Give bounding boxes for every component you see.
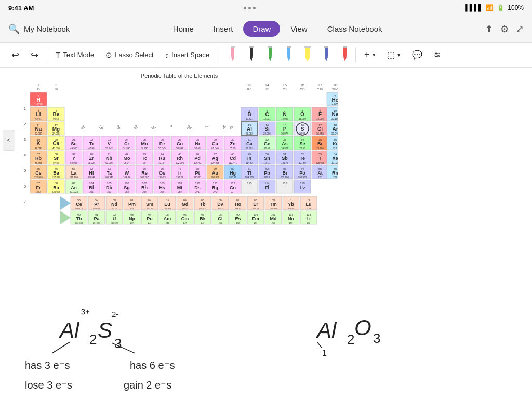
- pen-green[interactable]: [263, 48, 277, 62]
- svg-text:Rb: Rb: [35, 156, 42, 161]
- svg-text:Rf: Rf: [89, 185, 94, 190]
- svg-text:195.08: 195.08: [194, 176, 201, 179]
- svg-text:Fl: Fl: [265, 185, 269, 190]
- svg-text:30.974: 30.974: [281, 132, 288, 135]
- svg-text:259: 259: [289, 222, 293, 224]
- pen-light-blue[interactable]: [282, 48, 296, 62]
- svg-text:79.904: 79.904: [316, 147, 324, 150]
- toolbar: ↩ ↪ T Text Mode ⊙ Lasso Select ↕ Insert …: [0, 43, 532, 68]
- svg-text:272: 272: [213, 191, 217, 193]
- svg-text:88.906: 88.906: [70, 162, 77, 164]
- svg-text:238.029: 238.029: [111, 222, 118, 224]
- add-tool-button[interactable]: + ▾: [359, 46, 381, 63]
- svg-text:22.990: 22.990: [35, 132, 42, 135]
- tab-insert[interactable]: Insert: [204, 21, 243, 37]
- svg-text:Pr: Pr: [94, 202, 99, 207]
- svg-text:Fm: Fm: [252, 216, 259, 221]
- pen-pink[interactable]: [225, 48, 240, 62]
- lasso-select-button[interactable]: ⊙ Lasso Select: [100, 47, 158, 63]
- wifi-icon: 📶: [486, 4, 494, 11]
- svg-text:243: 243: [166, 222, 169, 224]
- insert-space-button[interactable]: ↕ Insert Space: [160, 47, 215, 62]
- selection-icon: ⬚: [387, 50, 395, 60]
- svg-text:8: 8: [170, 124, 172, 127]
- battery-label: 100%: [508, 4, 524, 11]
- svg-text:Co: Co: [177, 141, 183, 147]
- chevron-left-icon: <: [7, 137, 10, 144]
- svg-text:178.49: 178.49: [88, 176, 95, 179]
- pen-black[interactable]: [244, 48, 259, 62]
- svg-text:174.967: 174.967: [305, 207, 313, 210]
- svg-text:1.0079: 1.0079: [34, 103, 43, 106]
- svg-text:247: 247: [183, 222, 187, 224]
- svg-text:Bk: Bk: [200, 216, 206, 221]
- svg-text:2: 2: [55, 83, 57, 87]
- more-icon: ≋: [434, 50, 441, 60]
- settings-icon[interactable]: ⚙: [500, 23, 509, 35]
- svg-text:227.028: 227.028: [70, 191, 78, 193]
- undo-button[interactable]: ↩: [6, 46, 24, 64]
- svg-text:91.224: 91.224: [88, 162, 95, 164]
- tab-view[interactable]: View: [281, 21, 316, 37]
- redo-button[interactable]: ↪: [25, 46, 44, 64]
- handwriting-svg: 3+ 2- Al 2 S 3 has 3 e⁻s has 6 e⁻s lose …: [10, 301, 520, 399]
- tab-draw[interactable]: Draw: [243, 21, 280, 37]
- svg-text:Al: Al: [247, 126, 252, 132]
- svg-text:IVA: IVA: [265, 87, 270, 90]
- selection-button[interactable]: ⬚ ▾: [382, 47, 406, 63]
- pen-red[interactable]: [338, 48, 352, 62]
- svg-text:17: 17: [318, 83, 322, 87]
- svg-text:Te: Te: [300, 156, 305, 161]
- svg-text:264: 264: [142, 191, 147, 193]
- svg-text:261: 261: [89, 191, 94, 193]
- svg-text:164.93: 164.93: [235, 207, 242, 210]
- svg-text:VA: VA: [283, 87, 287, 90]
- expand-icon[interactable]: ⤢: [516, 23, 524, 35]
- svg-text:65.39: 65.39: [230, 147, 236, 150]
- svg-text:B: B: [247, 112, 251, 117]
- svg-text:51.996: 51.996: [123, 147, 130, 150]
- svg-text:63.546: 63.546: [211, 147, 219, 150]
- svg-text:Pd: Pd: [194, 156, 201, 161]
- share-icon[interactable]: ⬆: [485, 23, 493, 35]
- svg-text:Sr: Sr: [54, 156, 59, 161]
- svg-text:Ce: Ce: [76, 202, 82, 207]
- search-icon[interactable]: 🔍: [8, 23, 20, 35]
- svg-text:168.934: 168.934: [270, 207, 277, 210]
- svg-text:44.956: 44.956: [70, 147, 77, 150]
- svg-text:26.982: 26.982: [246, 132, 253, 135]
- pen-dark-blue[interactable]: [319, 48, 334, 62]
- svg-text:Zn: Zn: [230, 141, 236, 147]
- svg-text:180.948: 180.948: [105, 176, 114, 179]
- text-mode-button[interactable]: T Text Mode: [50, 47, 99, 62]
- svg-text:113: 113: [247, 182, 251, 185]
- svg-text:Al: Al: [58, 318, 80, 342]
- svg-text:Pu: Pu: [147, 216, 153, 221]
- tab-class-notebook[interactable]: Class Notebook: [318, 21, 392, 37]
- drawing-tools: [225, 48, 352, 62]
- svg-text:No: No: [288, 216, 294, 221]
- pen-yellow-highlighter[interactable]: [300, 48, 315, 62]
- tab-home[interactable]: Home: [164, 21, 203, 37]
- status-icons: ▌▌▌▌ 📶 🔋 100%: [465, 4, 524, 11]
- comment-button[interactable]: 💬: [407, 47, 428, 63]
- svg-text:Sc: Sc: [71, 141, 76, 147]
- handwriting-area: 3+ 2- Al 2 S 3 has 3 e⁻s has 6 e⁻s lose …: [10, 301, 520, 399]
- svg-text:Cs: Cs: [35, 170, 42, 176]
- svg-text:232.038: 232.038: [75, 222, 83, 224]
- svg-text:Am: Am: [164, 216, 171, 221]
- svg-text:Ne: Ne: [332, 112, 338, 117]
- svg-text:16: 16: [300, 83, 304, 87]
- svg-text:Tm: Tm: [270, 202, 277, 207]
- lasso-icon: ⊙: [105, 50, 112, 60]
- more-button[interactable]: ≋: [429, 47, 446, 63]
- svg-text:Na: Na: [35, 126, 42, 132]
- svg-text:3: 3: [24, 137, 26, 142]
- svg-text:92.906: 92.906: [105, 162, 113, 164]
- svg-marker-10: [287, 57, 290, 61]
- add-chevron: ▾: [373, 51, 376, 58]
- svg-text:40.078: 40.078: [52, 147, 60, 150]
- sidebar-toggle[interactable]: <: [3, 130, 15, 151]
- svg-text:200.59: 200.59: [229, 176, 236, 179]
- svg-text:Au: Au: [212, 170, 218, 176]
